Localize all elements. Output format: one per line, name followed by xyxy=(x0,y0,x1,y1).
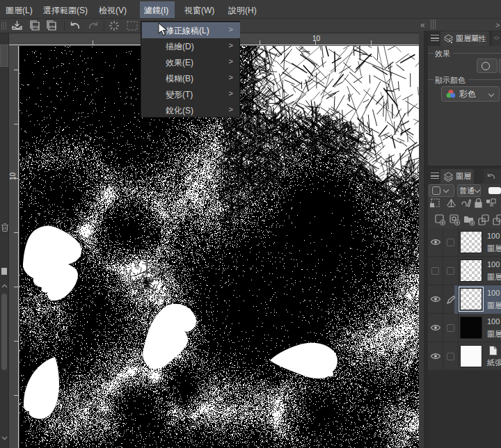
lock-transparent-icon[interactable] xyxy=(485,198,497,209)
tab-layers[interactable]: 圖層 xyxy=(440,169,474,184)
submenu-arrow-icon: > xyxy=(229,41,233,49)
layer-list-empty xyxy=(428,371,501,448)
eye-icon[interactable] xyxy=(430,323,441,332)
color-mode-value: 彩色 xyxy=(459,88,476,100)
layer-thumbnail[interactable] xyxy=(460,288,482,310)
filter-menu-item[interactable]: 模糊(B)> xyxy=(142,70,240,86)
psd-file-icon[interactable]: psd xyxy=(45,19,60,32)
eye-icon[interactable] xyxy=(430,238,441,246)
layer-checkbox[interactable] xyxy=(447,353,454,360)
marquee-icon[interactable] xyxy=(125,19,140,32)
spinner-icon[interactable] xyxy=(106,19,122,32)
menu-item-label: 銳化(S) xyxy=(166,105,193,117)
layer-row[interactable]: 紙張 xyxy=(428,342,501,371)
blend-mode-value: 普通 xyxy=(459,186,475,196)
panel-drag-handle[interactable] xyxy=(431,19,436,29)
color-swatch[interactable] xyxy=(1,268,7,275)
layer-opacity: 100 xyxy=(487,289,500,297)
layer-name: 圖層 xyxy=(487,243,501,254)
trash-icon[interactable] xyxy=(1,223,9,232)
layers-tabbar: 圖層 xyxy=(428,168,501,184)
v-ruler-label: 10 xyxy=(9,173,17,180)
submenu-arrow-icon: > xyxy=(229,105,233,113)
menu-item-label: 變形(T) xyxy=(166,89,193,101)
pencil-icon[interactable] xyxy=(446,295,456,305)
menu-filter[interactable]: 濾鏡(I) xyxy=(144,5,168,17)
scrollbar-thumb[interactable] xyxy=(1,294,7,370)
filter-menu-item[interactable]: 變形(T)> xyxy=(142,86,240,102)
opacity-slider[interactable] xyxy=(488,187,501,194)
blend-mode-combo[interactable]: 普通 xyxy=(457,184,481,197)
app-window: 圖層(L) 選擇範圍(S) 檢視(V) 濾鏡(I) 視窗(W) 說明(H) jp… xyxy=(0,0,501,448)
display-color-label: 顯示顏色 xyxy=(435,75,466,86)
layer-swatch-combo[interactable] xyxy=(429,184,454,197)
swatch-icon xyxy=(432,186,440,195)
vertical-ruler: 10 xyxy=(9,46,19,448)
export-icon[interactable] xyxy=(10,19,25,32)
filter-menu-item[interactable]: 修正線稿(L)> xyxy=(142,22,240,38)
undo-icon[interactable] xyxy=(67,19,83,32)
filter-menu-item[interactable]: 描繪(D)> xyxy=(142,38,240,54)
menu-window[interactable]: 視窗(W) xyxy=(184,5,214,17)
tab-history-partial[interactable] xyxy=(484,169,501,184)
reference-layer-icon[interactable] xyxy=(445,198,457,209)
mouse-cursor xyxy=(158,22,168,37)
clip-at-layer-icon[interactable] xyxy=(429,198,440,209)
tab-next-partial[interactable] xyxy=(492,31,501,46)
eye-icon[interactable] xyxy=(430,352,441,360)
layer-name: 圖層 xyxy=(487,329,501,339)
new-raster-layer-icon[interactable] xyxy=(434,214,446,226)
layer-checkbox[interactable] xyxy=(447,267,454,275)
new-vector-layer-icon[interactable] xyxy=(448,214,461,226)
canvas-pasteboard xyxy=(419,31,424,448)
layer-row[interactable]: 100圖層 xyxy=(428,314,501,342)
layer-opacity: 100 xyxy=(487,317,500,326)
eye-checkbox[interactable] xyxy=(431,267,439,275)
layer-row[interactable]: 100圖層 xyxy=(428,257,501,285)
panel-collapse-icon[interactable]: « xyxy=(420,20,425,30)
border-effect-button[interactable] xyxy=(477,58,498,73)
menu-select[interactable]: 選擇範圍(S) xyxy=(43,5,88,17)
toolbar-overflow-icon[interactable]: > xyxy=(495,21,500,29)
color-mode-icon xyxy=(445,88,457,99)
properties-menu-icon[interactable] xyxy=(431,35,439,41)
layer-thumbnail[interactable] xyxy=(460,345,482,367)
paper-icon xyxy=(488,345,498,356)
filter-menu-item[interactable]: 效果(E)> xyxy=(142,54,240,70)
scroll-up-icon[interactable] xyxy=(1,284,8,289)
jpg-file-icon[interactable]: jpg xyxy=(28,19,43,32)
menu-help[interactable]: 說明(H) xyxy=(228,5,257,17)
layer-opacity: 100 xyxy=(487,260,500,269)
chevron-down-icon xyxy=(488,91,494,97)
layer-row[interactable]: 100圖層 xyxy=(428,228,501,257)
submenu-arrow-icon: > xyxy=(229,57,233,65)
layer-thumbnail[interactable] xyxy=(460,259,482,282)
layer-name: 圖層 xyxy=(487,272,501,282)
layer-row[interactable]: 100圖層 xyxy=(428,285,501,314)
duplicate-layer-icon[interactable] xyxy=(492,214,501,226)
layer-thumbnail[interactable] xyxy=(460,231,482,253)
layer-checkbox[interactable] xyxy=(447,239,454,246)
color-mode-dropdown[interactable]: 彩色 xyxy=(441,86,500,102)
draft-layer-icon[interactable] xyxy=(460,198,472,209)
layers-menu-icon[interactable] xyxy=(431,173,439,179)
layer-name: 紙張 xyxy=(487,358,501,368)
tab-label: 圖層屬性 xyxy=(456,33,486,44)
layer-thumbnail[interactable] xyxy=(460,317,482,339)
menu-item-label: 效果(E) xyxy=(166,57,193,69)
filter-menu-item[interactable]: 銳化(S)> xyxy=(142,102,240,118)
eye-icon[interactable] xyxy=(430,295,441,303)
tool-strip-box[interactable] xyxy=(0,45,8,67)
menu-view[interactable]: 檢視(V) xyxy=(99,5,127,17)
menu-item-label: 模糊(B) xyxy=(166,73,193,85)
new-folder-icon[interactable] xyxy=(463,214,475,226)
menu-layer[interactable]: 圖層(L) xyxy=(6,5,33,17)
merge-down-icon[interactable] xyxy=(477,214,490,226)
scroll-down-icon[interactable] xyxy=(1,435,8,440)
left-tool-strip xyxy=(0,33,9,448)
toolbar-handle[interactable] xyxy=(1,22,7,30)
redo-icon[interactable] xyxy=(86,19,101,32)
tab-layer-properties[interactable]: 圖層屬性 xyxy=(440,31,489,46)
layer-checkbox[interactable] xyxy=(447,324,454,332)
lock-icon[interactable] xyxy=(473,198,484,209)
